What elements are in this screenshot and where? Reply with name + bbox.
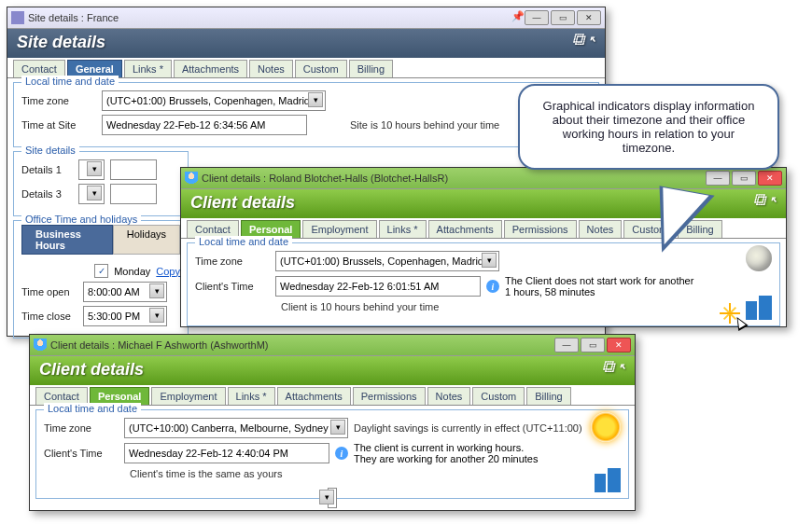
cursor-icon[interactable]: ↖	[770, 193, 777, 207]
site-header-text: Site details	[17, 33, 105, 51]
client2-local-time-group: Local time and date Time zone (UTC+10:00…	[35, 409, 629, 499]
subtab-holidays[interactable]: Holidays	[113, 225, 180, 255]
c1-ct-field[interactable]: Wednesday 22-Feb-12 6:01:51 AM	[275, 276, 481, 297]
c1-behind: Client is 10 hours behind your time	[281, 301, 439, 312]
annotation-callout: Graphical indicators display information…	[518, 84, 779, 170]
tab-links[interactable]: Links *	[124, 60, 172, 77]
office-subtabs: Business Hours Holidays	[21, 225, 180, 255]
close-button[interactable]: ✕	[577, 10, 601, 25]
client2-titlebar[interactable]: Client details : Michael F Ashworth (Ash…	[30, 335, 635, 356]
c2-tz-combo[interactable]: (UTC+10:00) Canberra, Melbourne, Sydney	[124, 418, 348, 438]
client1-title-text: Client details : Roland Blotchet-Halls (…	[202, 173, 448, 184]
timeopen-field[interactable]: 8:00:00 AM	[83, 282, 167, 302]
c2-tz-label: Time zone	[44, 422, 119, 434]
tab-attachments[interactable]: Attachments	[174, 60, 247, 77]
tab-notes[interactable]: Notes	[249, 60, 293, 77]
tab-permissions[interactable]: Permissions	[504, 220, 577, 238]
maximize-button[interactable]: ▭	[551, 10, 575, 25]
minimize-button[interactable]: —	[554, 338, 579, 352]
site-app-icon	[11, 11, 24, 24]
maximize-button[interactable]: ▭	[732, 171, 756, 186]
tab-notes[interactable]: Notes	[427, 387, 471, 405]
client1-header-text: Client details	[190, 193, 295, 212]
building-icon	[744, 294, 772, 322]
details1-field[interactable]	[110, 159, 157, 180]
tab-employment[interactable]: Employment	[151, 387, 225, 405]
moon-icon	[746, 245, 772, 271]
tab-attachments[interactable]: Attachments	[277, 387, 351, 405]
monday-label: Monday	[114, 266, 150, 277]
site-local-time-group: Local time and date Time zone (UTC+01:00…	[13, 82, 599, 147]
tab-billing[interactable]: Billing	[526, 387, 570, 405]
client1-titlebar[interactable]: Client details : Roland Blotchet-Halls (…	[181, 168, 786, 189]
tab-notes[interactable]: Notes	[579, 220, 623, 238]
client2-header: Client details ⿻ ↖	[30, 356, 635, 385]
details3-combo[interactable]	[78, 184, 105, 204]
timeopen-label: Time open	[21, 286, 77, 297]
c2-info2: They are working for another 20 minutes	[354, 453, 539, 464]
details3-field[interactable]	[110, 184, 157, 204]
tab-permissions[interactable]: Permissions	[353, 387, 426, 405]
building-icon	[593, 466, 621, 494]
maximize-button[interactable]: ▭	[581, 338, 605, 352]
bottom-combo[interactable]	[328, 488, 337, 508]
site-local-time-legend: Local time and date	[21, 76, 119, 87]
timeclose-label: Time close	[21, 311, 77, 322]
site-header: Site details ⿻ ↖	[7, 29, 605, 58]
copy-icon[interactable]: ⿻	[754, 193, 766, 207]
site-titlebar[interactable]: Site details : France 📌 — ▭ ✕	[7, 7, 605, 29]
timeclose-field[interactable]: 5:30:00 PM	[83, 306, 167, 326]
subtab-business-hours[interactable]: Business Hours	[21, 225, 113, 255]
client2-window: Client details : Michael F Ashworth (Ash…	[29, 334, 636, 511]
copy-link[interactable]: Copy	[156, 266, 180, 277]
client2-header-text: Client details	[39, 360, 144, 379]
c2-info1: The client is current in working hours.	[354, 442, 524, 453]
c1-info1: The Client does not start work for anoth…	[505, 275, 693, 286]
tab-billing[interactable]: Billing	[349, 60, 393, 77]
c1-info2: 1 hours, 58 minutes	[505, 286, 595, 297]
client2-local-time-legend: Local time and date	[44, 403, 141, 414]
c1-ct-label: Client's Time	[195, 281, 270, 292]
cursor-icon[interactable]: ↖	[619, 360, 625, 374]
copy-icon[interactable]: ⿻	[603, 360, 615, 374]
copy-icon[interactable]: ⿻	[573, 33, 585, 47]
site-details-legend: Site details	[21, 145, 79, 156]
tab-links[interactable]: Links *	[379, 220, 427, 238]
c1-tz-combo[interactable]: (UTC+01:00) Brussels, Copenhagen, Madrid	[275, 251, 499, 271]
site-title-text: Site details : France	[28, 12, 119, 23]
tab-custom[interactable]: Custom	[472, 387, 525, 405]
office-time-group: Office Time and holidays Business Hours …	[13, 220, 189, 338]
sun-icon	[591, 412, 621, 442]
site-details-group: Site details Details 1 Details 3	[13, 151, 189, 216]
details3-label: Details 3	[21, 188, 73, 200]
details1-label: Details 1	[21, 164, 73, 175]
tz-combo[interactable]: (UTC+01:00) Brussels, Copenhagen, Madrid	[102, 90, 326, 111]
client1-local-time-legend: Local time and date	[195, 236, 292, 247]
minimize-button[interactable]: —	[706, 171, 730, 186]
tab-links[interactable]: Links *	[228, 387, 275, 405]
timeat-field[interactable]: Wednesday 22-Feb-12 6:34:56 AM	[102, 115, 307, 135]
info-icon: i	[335, 447, 348, 460]
cursor-icon[interactable]: ↖	[589, 33, 595, 47]
c2-daylight: Daylight savings is currently in effect …	[354, 422, 582, 434]
c1-tz-label: Time zone	[195, 256, 270, 267]
office-time-legend: Office Time and holidays	[21, 214, 141, 225]
c2-ct-label: Client's Time	[44, 448, 119, 459]
pin-icon[interactable]: 📌	[511, 10, 523, 21]
timeat-label: Time at Site	[21, 119, 96, 131]
callout-text: Graphical indicators display information…	[543, 99, 755, 155]
minimize-button[interactable]: —	[525, 10, 549, 25]
tab-custom[interactable]: Custom	[295, 60, 347, 77]
tab-employment[interactable]: Employment	[302, 220, 376, 238]
monday-checkbox[interactable]: ✓	[94, 264, 108, 278]
header-toolbar: ⿻ ↖	[573, 33, 595, 47]
site-behind-note: Site is 10 hours behind your time	[350, 119, 499, 131]
tab-attachments[interactable]: Attachments	[428, 220, 502, 238]
close-button[interactable]: ✕	[607, 338, 631, 352]
tz-label: Time zone	[21, 95, 96, 106]
details1-combo[interactable]	[78, 159, 105, 180]
c2-ct-field[interactable]: Wednesday 22-Feb-12 4:40:04 PM	[124, 443, 329, 463]
close-button[interactable]: ✕	[758, 171, 782, 186]
c2-same: Client's time is the same as yours	[130, 468, 283, 479]
client2-title-text: Client details : Michael F Ashworth (Ash…	[50, 339, 269, 351]
